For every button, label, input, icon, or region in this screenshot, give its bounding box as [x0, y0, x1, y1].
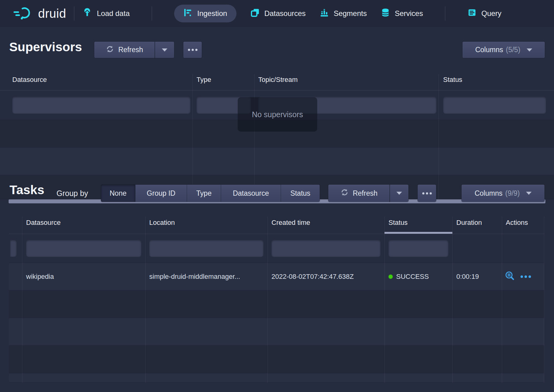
task-datasource-cell: wikipedia — [22, 263, 145, 290]
brand-name: druid — [38, 7, 66, 21]
column-header-duration[interactable]: Duration — [452, 212, 502, 234]
column-divider — [267, 217, 268, 383]
group-by-datasource-button[interactable]: Datasource — [221, 185, 281, 202]
supervisors-more-button[interactable] — [183, 42, 202, 58]
column-divider — [22, 217, 22, 383]
tasks-more-button[interactable] — [418, 185, 436, 202]
supervisors-columns-button[interactable]: Columns (5/5) — [462, 42, 545, 58]
more-icon — [422, 192, 432, 194]
column-header-created-time[interactable]: Created time — [267, 212, 384, 234]
services-icon — [381, 8, 390, 19]
columns-count: (9/9) — [505, 189, 520, 198]
supervisors-table: Datasource Type Topic/Stream Status — [0, 69, 554, 199]
columns-label: Columns — [475, 46, 503, 54]
nav-divider — [74, 6, 74, 21]
refresh-icon — [341, 188, 349, 198]
column-header-datasource[interactable]: Datasource — [0, 69, 193, 90]
task-duration-cell: 0:00:19 — [452, 263, 502, 290]
nav-datasources[interactable]: Datasources — [251, 8, 306, 19]
supervisors-status-filter-input[interactable] — [443, 97, 546, 113]
column-header-status[interactable]: Status — [439, 69, 554, 90]
empty-row — [9, 318, 544, 346]
gutter-cell — [9, 263, 22, 290]
task-location-cell: simple-druid-middlemanager... — [145, 263, 267, 290]
tasks-refresh-caret-button[interactable] — [390, 185, 408, 202]
group-by-type-button[interactable]: Type — [187, 185, 221, 202]
nav-label: Query — [481, 9, 501, 18]
upload-icon — [82, 8, 92, 19]
nav-label: Segments — [334, 9, 367, 18]
refresh-label: Refresh — [353, 189, 378, 198]
druid-console: druid Load data — [0, 0, 554, 392]
magnify-details-icon[interactable] — [505, 271, 515, 282]
status-text: SUCCESS — [396, 273, 429, 281]
datasources-icon — [251, 8, 260, 19]
nav-label: Ingestion — [197, 9, 227, 18]
column-divider — [502, 217, 502, 383]
supervisors-refresh-button[interactable]: Refresh — [94, 42, 155, 58]
task-actions-cell — [502, 263, 544, 290]
column-divider — [384, 217, 385, 383]
columns-label: Columns — [474, 189, 502, 198]
column-divider — [544, 217, 544, 383]
ingestion-icon — [183, 8, 193, 19]
supervisors-refresh-caret-button[interactable] — [155, 42, 174, 58]
group-by-group-id-button[interactable]: Group ID — [135, 185, 187, 202]
chevron-down-icon — [526, 192, 532, 195]
column-divider — [452, 217, 453, 383]
group-by-none-button[interactable]: None — [101, 185, 135, 202]
group-by-status-button[interactable]: Status — [281, 185, 320, 202]
columns-count: (5/5) — [506, 46, 520, 54]
nav-label: Services — [395, 9, 423, 18]
tasks-created-time-filter-input[interactable] — [271, 240, 380, 257]
column-header-actions[interactable]: Actions — [502, 212, 544, 234]
chevron-down-icon — [396, 192, 402, 195]
no-supervisors-message: No supervisors — [252, 110, 303, 119]
nav-query[interactable]: Query — [467, 8, 501, 19]
chevron-down-icon — [162, 48, 167, 52]
tasks-refresh-split: Refresh — [328, 185, 408, 202]
tasks-table: Datasource Location Created time Status … — [9, 212, 544, 383]
tasks-columns-button[interactable]: Columns (9/9) — [462, 185, 544, 202]
supervisors-refresh-split: Refresh — [94, 42, 174, 58]
druid-logo-icon — [12, 5, 34, 22]
nav-label: Datasources — [264, 9, 306, 18]
column-header-status[interactable]: Status — [384, 212, 452, 234]
column-header-location[interactable]: Location — [145, 212, 267, 234]
tasks-filter-row — [9, 234, 544, 263]
clipped-filter-input[interactable] — [10, 240, 17, 257]
column-header-datasource[interactable]: Datasource — [22, 212, 145, 234]
nav-divider — [445, 6, 445, 21]
column-header-topic-stream[interactable]: Topic/Stream — [254, 69, 439, 90]
supervisors-datasource-filter-input[interactable] — [12, 97, 190, 113]
more-actions-icon[interactable] — [521, 275, 531, 278]
top-nav: druid Load data — [0, 0, 554, 27]
tasks-title: Tasks — [10, 183, 44, 197]
column-divider — [193, 74, 193, 199]
nav-ingestion[interactable]: Ingestion — [174, 5, 236, 22]
supervisors-title: Supervisors — [9, 40, 82, 54]
empty-row — [9, 373, 544, 383]
empty-row — [9, 346, 544, 373]
tasks-location-filter-input[interactable] — [149, 240, 263, 257]
no-supervisors-overlay: No supervisors — [238, 97, 317, 132]
task-status-cell: SUCCESS — [384, 263, 452, 290]
brand[interactable]: druid — [12, 5, 66, 22]
empty-row — [9, 290, 544, 318]
nav-services[interactable]: Services — [381, 8, 423, 19]
query-icon — [467, 8, 477, 19]
tasks-datasource-filter-input[interactable] — [26, 240, 141, 257]
segments-icon — [320, 8, 329, 19]
supervisors-header-row: Datasource Type Topic/Stream Status — [0, 69, 554, 90]
nav-segments[interactable]: Segments — [320, 8, 367, 19]
task-created-time-cell: 2022-08-02T07:42:47.638Z — [267, 263, 384, 290]
tasks-refresh-button[interactable]: Refresh — [328, 185, 390, 202]
column-header-type[interactable]: Type — [193, 69, 254, 90]
sort-indicator — [384, 232, 452, 234]
nav-load-data[interactable]: Load data — [82, 8, 130, 19]
tasks-header-row: Datasource Location Created time Status … — [9, 212, 544, 234]
refresh-icon — [106, 45, 114, 55]
column-divider — [145, 217, 146, 383]
task-row[interactable]: wikipedia simple-druid-middlemanager... … — [9, 263, 544, 290]
tasks-status-filter-input[interactable] — [388, 240, 448, 257]
